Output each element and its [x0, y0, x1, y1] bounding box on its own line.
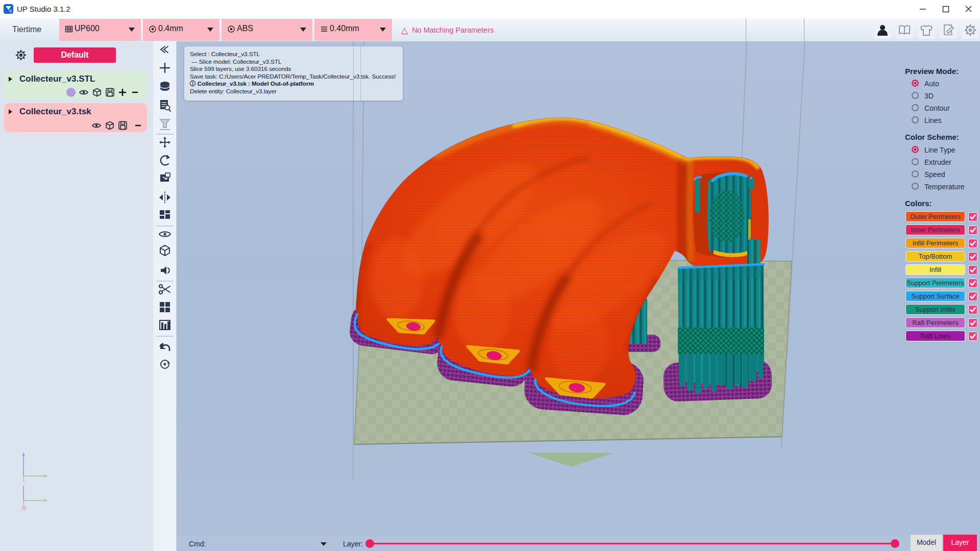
- svg-text:3: 3: [10, 9, 12, 13]
